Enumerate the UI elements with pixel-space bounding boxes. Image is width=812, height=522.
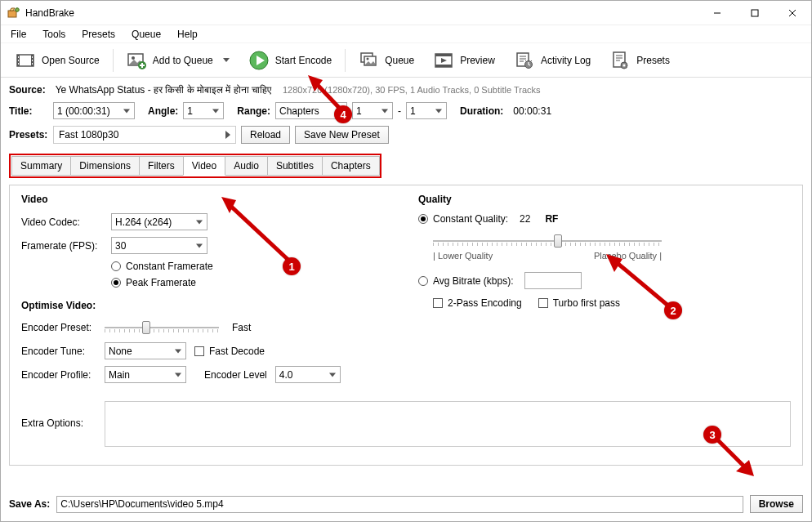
video-codec-label: Video Codec: bbox=[21, 216, 103, 228]
lower-quality-hint: | Lower Quality bbox=[433, 251, 493, 261]
turbo-label: Turbo first pass bbox=[553, 297, 620, 309]
radio-icon bbox=[111, 261, 121, 271]
tab-video[interactable]: Video bbox=[183, 156, 225, 176]
log-icon bbox=[515, 51, 534, 70]
avg-bitrate-radio[interactable]: Avg Bitrate (kbps): bbox=[418, 272, 791, 289]
svg-rect-3 bbox=[752, 10, 758, 16]
menu-presets[interactable]: Presets bbox=[77, 27, 120, 42]
presets-row-label: Presets: bbox=[9, 129, 48, 141]
tab-audio[interactable]: Audio bbox=[225, 156, 268, 176]
toolbar: Open Source Add to Queue Start Encode Qu… bbox=[1, 43, 811, 78]
minimize-button[interactable] bbox=[698, 1, 736, 25]
menu-queue[interactable]: Queue bbox=[127, 27, 166, 42]
encoder-preset-slider[interactable] bbox=[105, 319, 219, 336]
play-icon bbox=[249, 51, 269, 70]
svg-rect-26 bbox=[435, 54, 452, 56]
svg-point-1 bbox=[16, 7, 20, 11]
save-as-input[interactable] bbox=[56, 496, 743, 513]
queue-label: Queue bbox=[385, 55, 414, 66]
activity-log-button[interactable]: Activity Log bbox=[505, 43, 600, 77]
menu-file[interactable]: File bbox=[6, 27, 31, 42]
chevron-right-icon bbox=[225, 131, 230, 139]
fps-label: Framerate (FPS): bbox=[21, 240, 103, 252]
presets-button[interactable]: Presets bbox=[600, 43, 680, 77]
menu-help[interactable]: Help bbox=[172, 27, 203, 42]
app-icon bbox=[7, 7, 20, 20]
angle-select[interactable]: 1 bbox=[183, 102, 224, 119]
save-new-preset-button[interactable]: Save New Preset bbox=[295, 126, 389, 144]
turbo-check[interactable]: Turbo first pass bbox=[538, 297, 620, 309]
checkbox-icon bbox=[194, 346, 204, 356]
add-to-queue-label: Add to Queue bbox=[153, 55, 213, 66]
pfr-radio[interactable]: Peak Framerate bbox=[111, 277, 394, 288]
enc-tune-select[interactable]: None bbox=[105, 342, 186, 359]
svg-point-24 bbox=[367, 57, 369, 60]
enc-preset-label: Encoder Preset: bbox=[21, 322, 96, 333]
menubar: File Tools Presets Queue Help bbox=[1, 25, 811, 43]
cq-radio[interactable]: Constant Quality: 22 RF bbox=[418, 213, 791, 225]
preview-button[interactable]: Preview bbox=[424, 43, 505, 77]
tab-subtitles[interactable]: Subtitles bbox=[267, 156, 323, 176]
rf-label: RF bbox=[545, 213, 558, 225]
extra-options-input[interactable] bbox=[105, 401, 791, 447]
svg-marker-28 bbox=[441, 58, 447, 63]
video-codec-select[interactable]: H.264 (x264) bbox=[111, 213, 207, 230]
range-from-select[interactable]: 1 bbox=[352, 102, 393, 119]
quality-heading: Quality bbox=[418, 194, 791, 205]
two-pass-check[interactable]: 2-Pass Encoding bbox=[433, 297, 522, 309]
source-name: Ye WhatsApp Status - हर किसी के मोबाइल म… bbox=[56, 84, 271, 96]
close-button[interactable] bbox=[774, 1, 811, 25]
annotation-1: 1 bbox=[283, 257, 301, 275]
tab-chapters[interactable]: Chapters bbox=[322, 156, 380, 176]
two-pass-label: 2-Pass Encoding bbox=[448, 297, 522, 309]
cq-value: 22 bbox=[520, 213, 530, 225]
presets-icon bbox=[610, 51, 630, 70]
svg-rect-9 bbox=[18, 56, 19, 58]
preview-label: Preview bbox=[460, 55, 495, 66]
radio-icon bbox=[418, 276, 428, 286]
enc-level-label: Encoder Level bbox=[204, 369, 267, 381]
preset-current: Fast 1080p30 bbox=[59, 129, 118, 141]
open-source-label: Open Source bbox=[42, 55, 100, 66]
extra-options-label: Extra Options: bbox=[21, 401, 96, 429]
cfr-radio[interactable]: Constant Framerate bbox=[111, 261, 394, 272]
tab-dimensions[interactable]: Dimensions bbox=[70, 156, 140, 176]
tab-filters[interactable]: Filters bbox=[139, 156, 184, 176]
tab-summary[interactable]: Summary bbox=[11, 156, 71, 176]
fps-select[interactable]: 30 bbox=[111, 237, 207, 254]
annotation-2: 2 bbox=[664, 301, 682, 319]
start-encode-button[interactable]: Start Encode bbox=[239, 43, 341, 77]
titlebar: HandBrake bbox=[1, 1, 811, 25]
duration-value: 00:00:31 bbox=[513, 105, 551, 117]
preset-picker[interactable]: Fast 1080p30 bbox=[53, 126, 236, 144]
fast-decode-label: Fast Decode bbox=[209, 346, 265, 357]
annotation-3: 3 bbox=[703, 426, 721, 444]
svg-rect-14 bbox=[32, 63, 33, 65]
cq-label: Constant Quality: bbox=[433, 213, 508, 225]
fast-decode-check[interactable]: Fast Decode bbox=[194, 346, 265, 357]
reload-button[interactable]: Reload bbox=[241, 126, 290, 144]
quality-slider[interactable] bbox=[433, 233, 662, 249]
title-label: Title: bbox=[9, 105, 48, 117]
presets-label: Presets bbox=[636, 55, 670, 66]
queue-button[interactable]: Queue bbox=[349, 43, 424, 77]
range-sep: - bbox=[398, 105, 401, 117]
save-as-label: Save As: bbox=[9, 498, 50, 510]
enc-level-select[interactable]: 4.0 bbox=[275, 366, 341, 383]
tabs-highlight-box: Summary Dimensions Filters Video Audio S… bbox=[9, 154, 381, 178]
video-heading: Video bbox=[21, 194, 394, 205]
svg-point-16 bbox=[132, 56, 135, 60]
avg-bitrate-input[interactable] bbox=[524, 272, 582, 289]
title-select[interactable]: 1 (00:00:31) bbox=[53, 102, 135, 119]
duration-label: Duration: bbox=[460, 105, 503, 117]
open-source-button[interactable]: Open Source bbox=[6, 43, 109, 77]
checkbox-icon bbox=[433, 298, 443, 308]
range-to-select[interactable]: 1 bbox=[406, 102, 447, 119]
add-to-queue-button[interactable]: Add to Queue bbox=[117, 43, 239, 77]
maximize-button[interactable] bbox=[736, 1, 774, 25]
browse-button[interactable]: Browse bbox=[750, 495, 803, 513]
svg-rect-10 bbox=[18, 60, 19, 61]
enc-profile-select[interactable]: Main bbox=[105, 366, 186, 383]
chevron-down-icon[interactable] bbox=[223, 58, 230, 62]
menu-tools[interactable]: Tools bbox=[38, 27, 70, 42]
